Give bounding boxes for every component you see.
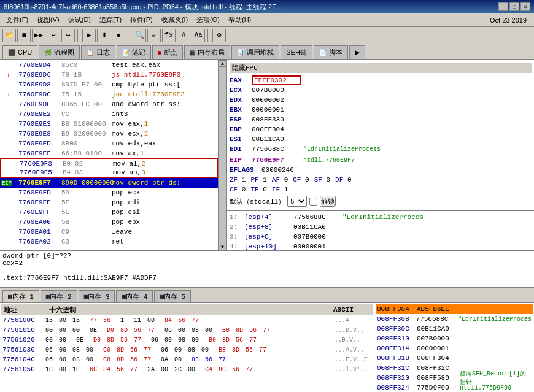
flag-zf[interactable]: ZF 1 [230,176,246,183]
menu-options[interactable]: 选项(O) [193,14,223,26]
flag-cf[interactable]: CF 0 [230,186,246,193]
disasm-area[interactable]: 7760E9D4 85C0 test eax,eax ↓ 7760E9D6 78… [0,60,226,250]
flag-sf[interactable]: SF 0 [314,176,330,183]
close-button[interactable]: ✕ [520,2,530,11]
mem-row[interactable]: 77561020 0000 0E D08D5677 06000800 B08D5… [1,335,373,345]
btab-mem2[interactable]: ▦ 内存 2 [41,290,77,302]
disasm-row-eip[interactable]: EIP→ 7760E9F7 890D 00000000 mov dword pt… [0,178,218,188]
toolbar-run[interactable]: ▶ [82,29,96,42]
toolbar-step[interactable]: ↩ [47,29,60,42]
reg-row-ecx[interactable]: ECX 007B0000 [230,85,532,95]
menu-file[interactable]: 文件(F) [2,14,32,26]
menu-plugin[interactable]: 插件(P) [126,14,157,26]
reg-row-ebp[interactable]: EBP 008FF304 [230,125,532,134]
disasm-row[interactable]: 7760E9F5 B4 03 mov ah,3 [0,168,218,178]
disasm-row[interactable]: 7760EA02 C3 ret [0,237,218,247]
flag-tf[interactable]: TF 0 [250,186,266,193]
toolbar-mem[interactable]: 🔍 [133,29,146,42]
maximize-button[interactable]: □ [509,2,519,11]
stack-val-select[interactable]: 5 [287,196,307,207]
mem2-row[interactable]: 008FF318 008FF304 [376,353,533,363]
disasm-row[interactable]: 7760EA01 C9 leave [0,227,218,237]
toolbar-script[interactable]: fx [162,29,176,42]
stack-row[interactable]: 1: [esp+4] 7756688C "LdrInitializeProces [230,212,532,222]
reg-row-eflags[interactable]: EFLAGS 00000246 [230,165,532,175]
tab-seh[interactable]: SEH链 [281,45,312,59]
mem2-row[interactable]: 008FF310 007B0000 [376,334,533,344]
toolbar-over[interactable]: ↪ [61,29,75,42]
disasm-row[interactable]: 7760EA00 5B pop ebx [0,217,218,227]
flag-pf[interactable]: PF 1 [250,176,266,183]
toolbar-hash[interactable]: # [177,29,190,42]
disasm-row[interactable]: ↓ 7760E9DC 75 15 jne ntdll.7760E9F3 [0,90,218,99]
mem2-row[interactable]: 008FF324 775D9F90 ntdll.775D9F90 [376,383,533,392]
menu-trace[interactable]: 追踪(T) [96,14,125,26]
mem2-row[interactable]: 008FF30C 00B11CA0 [376,324,533,334]
disasm-row[interactable]: 7760E9FD 59 pop ecx [0,188,218,198]
reg-row-esi[interactable]: ESI 00B11CA0 [230,134,532,144]
menu-help[interactable]: 帮助(H) [225,14,255,26]
flag-af[interactable]: AF 0 [272,176,288,183]
btab-mem3[interactable]: ▦ 内存 3 [79,290,115,302]
tab-more[interactable]: ▶ [349,45,365,59]
menu-debug[interactable]: 调试(D) [64,14,95,26]
mem2-row-highlight[interactable]: 008FF304 AB5FD6EE [376,304,533,314]
unlock-checkbox[interactable] [309,198,317,206]
disasm-row[interactable]: 7760E9FE 5F pop edi [0,198,218,207]
disasm-row[interactable]: 7760E9FF 5E pop esi [0,207,218,217]
disasm-row[interactable]: 7760E9E8 B9 02000000 mov ecx,2 [0,129,218,139]
tab-breakpoint[interactable]: 断点 [152,45,183,59]
tab-flowgraph[interactable]: 🌿 流程图 [39,45,80,59]
scroll-up[interactable]: ▲ [219,60,227,67]
btab-mem4[interactable]: ▦ 内存 4 [116,290,153,302]
disasm-row[interactable]: 7760E9E3 B8 01000000 mov eax,1 [0,119,218,129]
flag-of[interactable]: OF 0 [293,176,309,183]
unlock-button[interactable]: 解锁 [320,196,336,207]
stack-row[interactable]: 3: [esp+C] 007B0000 [230,232,532,242]
memory-hex-panel[interactable]: 地址 十六进制 ASCII 77561000 160016 7756 1F110… [0,303,374,392]
mem2-row[interactable]: 008FF314 00000001 [376,344,533,353]
toolbar-patch[interactable]: ✏ [147,29,161,42]
disasm-row[interactable]: 7760E9D8 807D E7 00 cmp byte ptr ss:[ [0,80,218,90]
reg-row-edx[interactable]: EDX 00000002 [230,95,532,105]
mem-row[interactable]: 77561040 06000800 C88D5677 0A00 835677 .… [1,355,373,364]
disasm-row[interactable]: 7760E9EF 66:B8 0100 mov ax,1 [0,148,218,158]
reg-row-eax[interactable]: EAX FFFF0302 [230,75,532,85]
toolbar-break[interactable]: ● [112,29,125,42]
toolbar-restart[interactable]: ▶▶ [32,29,45,42]
disasm-row[interactable]: 7760E9E2 CC int3 [0,109,218,119]
toolbar-open[interactable]: 📂 [2,29,16,42]
mem-row[interactable]: 77561030 06000800 C08D5677 06000800 B88D… [1,345,373,355]
menu-view[interactable]: 视图(V) [33,14,63,26]
mem-row[interactable]: 77561050 1C001E 6C845677 2A002C00 C48C56… [1,364,373,374]
menu-favorites[interactable]: 收藏夹(I) [158,14,192,26]
mem-row[interactable]: 77561000 160016 7756 1F1100 845677 ...A [1,315,373,325]
disasm-scrollbar[interactable]: ▲ ▼ [218,60,226,250]
stack-row[interactable]: 2: [esp+8] 00B11CA0 [230,222,532,232]
disasm-row[interactable]: ↓ 7760E9D6 78 1B js ntdll.7760E9F3 [0,70,218,80]
tab-memory[interactable]: ▦ 内存布局 [184,45,230,59]
scroll-down[interactable]: ▼ [219,244,227,250]
memory-stack-panel[interactable]: 008FF304 AB5FD6EE 008FF308 7756688C "Ldr… [374,303,534,392]
mem2-row[interactable]: 008FF320 008FF580 指向SEH_Record[1]的指针 [376,373,533,383]
btab-mem5[interactable]: ▦ 内存 5 [154,290,191,302]
tab-callstack[interactable]: 📊 调用堆栈 [231,45,279,59]
toolbar-pause[interactable]: ⏸ [97,29,110,42]
tab-script[interactable]: 📄 脚本 [314,45,348,59]
toolbar-font[interactable]: Aa [192,29,205,42]
mem2-row[interactable]: 008FF308 7756688C "LdrInitializeProces [376,314,533,324]
flag-if[interactable]: IF 1 [272,186,288,193]
tab-cpu[interactable]: ⬛ CPU [2,45,37,59]
reg-row-edi[interactable]: EDI 7756688C "LdrInitializeProcess [230,144,532,154]
mem-row[interactable]: 77561010 000000 0E D08D5677 06000800 B08… [1,325,373,335]
btab-mem1[interactable]: ▦ 内存 1 [2,290,39,302]
disasm-row[interactable]: 7760E9D4 85C0 test eax,eax [0,60,218,70]
stack-row[interactable]: 4: [esp+10] 00000001 [230,242,532,250]
minimize-button[interactable]: ─ [498,2,508,11]
toolbar-stop[interactable]: ■ [17,29,31,42]
flag-df[interactable]: DF 0 [335,176,351,183]
reg-row-ebx[interactable]: EBX 00000001 [230,105,532,115]
reg-row-esp[interactable]: ESP 008FF330 [230,115,532,125]
toolbar-settings[interactable]: ⚙ [212,29,226,42]
disasm-row[interactable]: 7760E9F3 B0 02 mov al,2 [0,158,218,168]
